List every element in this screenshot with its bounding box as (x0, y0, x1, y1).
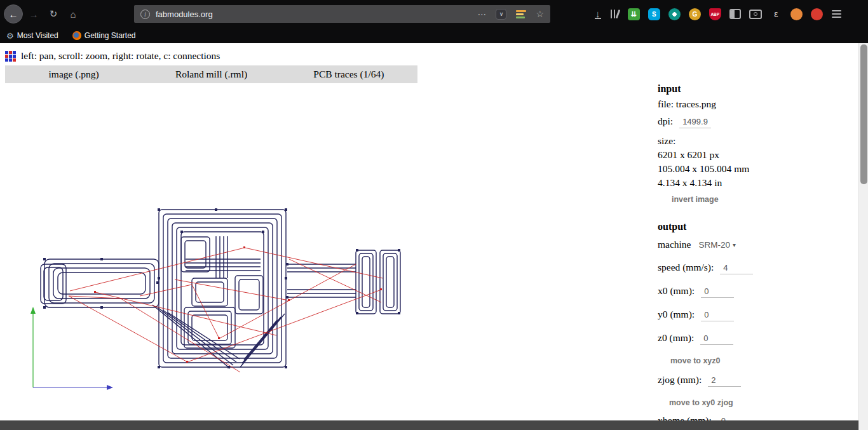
fab-modules-logo-icon (5, 51, 16, 62)
bottom-console-bar (0, 420, 858, 430)
module-header-bar: image (.png) Roland mill (.rml) PCB trac… (5, 65, 417, 83)
reload-icon: ↻ (50, 8, 58, 20)
dpi-row: dpi: (658, 116, 794, 129)
reload-button[interactable]: ↻ (44, 5, 62, 23)
x0-label: x0 (mm): (658, 285, 695, 297)
adblock-icon[interactable]: ABP (709, 8, 721, 20)
move-to-xy0-zjog-button[interactable]: move to xy0 zjog (669, 398, 733, 407)
input-section-heading: input (658, 83, 794, 96)
machine-row: machine SRM-20 ▾ (658, 239, 794, 252)
home-button[interactable]: ⌂ (64, 5, 82, 23)
trace-outlines (41, 210, 400, 368)
move-to-xyz0-button[interactable]: move to xyz0 (670, 356, 721, 365)
extension-icon-gold[interactable]: G (689, 8, 701, 20)
info-glyph: i (144, 11, 146, 18)
module-output-format[interactable]: Roland mill (.rml) (142, 69, 280, 80)
site-info-icon[interactable]: i (140, 10, 150, 19)
speed-row: speed (mm/s): (658, 262, 794, 275)
output-section-heading: output (658, 221, 794, 234)
library-icon[interactable] (610, 10, 620, 18)
extension-icon-orange[interactable] (790, 8, 803, 20)
page-actions-icon[interactable]: ⋯ (477, 9, 486, 19)
video-extension-icon[interactable] (749, 10, 762, 19)
pocket-glyph: ∨ (499, 11, 504, 17)
extension-icon-skype[interactable]: S (648, 8, 660, 20)
z0-row: z0 (mm): (658, 332, 794, 346)
bookmark-star-icon[interactable]: ☆ (536, 9, 544, 19)
module-input-format[interactable]: image (.png) (5, 69, 142, 80)
page-scrollbar[interactable] (858, 43, 868, 430)
y-axis-arrowhead (31, 307, 36, 314)
machine-value: SRM-20 (699, 240, 731, 250)
invert-image-button[interactable]: invert image (672, 195, 719, 204)
axis-indicator (31, 307, 113, 390)
downloads-icon[interactable]: ↓ (595, 10, 601, 19)
zjog-label: zjog (mm): (658, 374, 702, 386)
browser-chrome: ← → ↻ ⌂ i fabmodules.org ⋯ ∨ ☆ ↓ ⇊ S G A… (0, 0, 868, 43)
reader-bars-icon[interactable] (516, 10, 526, 18)
size-px: 6201 x 6201 px (658, 149, 794, 161)
zjog-row: zjog (mm): (658, 374, 794, 387)
home-icon: ⌂ (70, 9, 76, 20)
z0-label: z0 (mm): (658, 332, 694, 344)
sidebar-toggle-icon[interactable] (729, 9, 741, 19)
y0-label: y0 (mm): (658, 309, 695, 320)
settings-panel: input file: traces.png dpi: size: 6201 x… (658, 83, 794, 428)
extension-icon-red[interactable] (811, 8, 823, 20)
speed-input[interactable] (720, 263, 753, 274)
bookmark-getting-started[interactable]: Getting Started (72, 31, 136, 40)
pocket-icon[interactable]: ∨ (496, 9, 506, 20)
bookmark-label: Most Visited (17, 31, 58, 40)
size-in: 4.134 x 4.134 in (658, 177, 794, 189)
speed-label: speed (mm/s): (658, 262, 714, 273)
menu-icon[interactable] (832, 10, 841, 18)
url-bar[interactable]: i fabmodules.org ⋯ ∨ ☆ (134, 5, 550, 23)
z0-input[interactable] (700, 333, 733, 345)
firefox-icon (72, 31, 81, 40)
size-label: size: (658, 135, 794, 147)
y0-input[interactable] (701, 310, 734, 321)
extension-icon-teal[interactable] (668, 8, 681, 20)
back-icon: ← (9, 9, 18, 20)
bookmark-label: Getting Started (85, 31, 136, 40)
zjog-input[interactable] (708, 375, 741, 387)
machine-label: machine (658, 239, 691, 250)
back-button[interactable]: ← (4, 4, 23, 24)
extension-icon-green[interactable]: ⇊ (628, 8, 640, 20)
extension-icon-claw[interactable]: ε (770, 8, 782, 20)
url-text[interactable]: fabmodules.org (156, 10, 213, 19)
toolpath-preview-canvas[interactable] (25, 183, 419, 402)
hint-row: left: pan, scroll: zoom, right: rotate, … (5, 50, 220, 62)
y0-row: y0 (mm): (658, 309, 794, 322)
bookmark-most-visited[interactable]: ⚙ Most Visited (6, 31, 58, 40)
forward-icon: → (29, 9, 39, 20)
x-axis-arrowhead (107, 385, 113, 390)
forward-button[interactable]: → (25, 5, 43, 23)
x0-row: x0 (mm): (658, 285, 794, 299)
chevron-down-icon: ▾ (733, 241, 736, 248)
controls-hint: left: pan, scroll: zoom, right: rotate, … (21, 50, 220, 62)
gear-icon: ⚙ (6, 32, 14, 40)
scrollbar-thumb[interactable] (860, 44, 867, 184)
browser-toolbar: ← → ↻ ⌂ i fabmodules.org ⋯ ∨ ☆ ↓ ⇊ S G A… (0, 0, 868, 28)
bookmarks-bar: ⚙ Most Visited Getting Started (0, 28, 868, 43)
dpi-label: dpi: (658, 116, 673, 127)
machine-select[interactable]: SRM-20 ▾ (699, 240, 736, 250)
file-name: file: traces.png (658, 98, 794, 110)
dpi-input[interactable] (679, 117, 711, 128)
x0-input[interactable] (701, 286, 734, 298)
size-mm: 105.004 x 105.004 mm (658, 163, 794, 175)
module-process[interactable]: PCB traces (1/64) (280, 69, 417, 80)
